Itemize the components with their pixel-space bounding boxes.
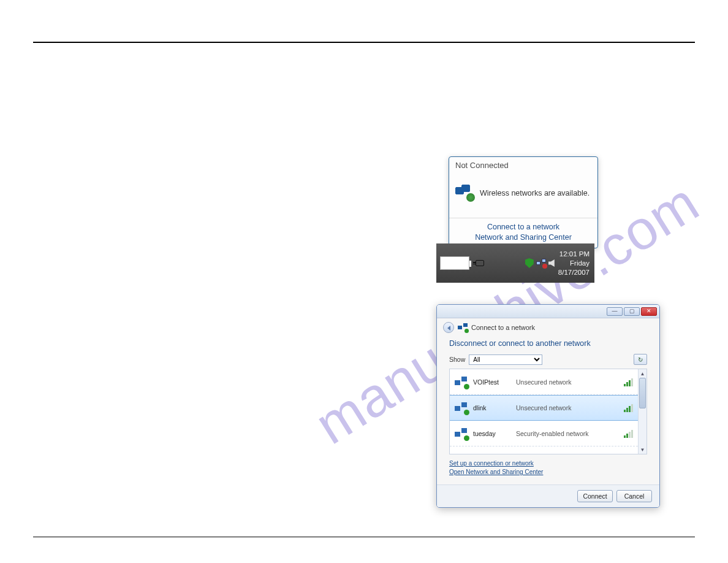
page-rule-bottom <box>33 537 695 537</box>
network-list: VOIPtestUnsecured networkdlinkUnsecured … <box>449 369 647 454</box>
close-button[interactable]: ✕ <box>641 307 657 316</box>
back-button[interactable] <box>443 322 454 333</box>
scroll-up-icon[interactable]: ▲ <box>639 369 646 378</box>
refresh-button[interactable]: ↻ <box>634 354 647 365</box>
network-popup: Not Connected Wireless networks are avai… <box>449 156 598 248</box>
cancel-button[interactable]: Cancel <box>616 490 652 502</box>
signal-bars-icon <box>624 429 633 438</box>
wizard-heading: Disconnect or connect to another network <box>449 339 647 348</box>
signal-bars-icon <box>624 378 633 386</box>
scroll-thumb[interactable] <box>639 378 646 408</box>
link-sharing-center[interactable]: Network and Sharing Center <box>449 232 597 243</box>
power-plug-icon <box>476 260 484 266</box>
minimize-button[interactable]: — <box>607 307 623 316</box>
taskbar: 12:01 PM Friday 8/17/2007 <box>436 243 594 283</box>
maximize-button[interactable]: ▢ <box>624 307 640 316</box>
network-security: Unsecured network <box>516 404 619 412</box>
network-name: VOIPtest <box>473 378 511 386</box>
network-security: Security-enabled network <box>516 430 619 437</box>
taskbar-clock[interactable]: 12:01 PM Friday 8/17/2007 <box>558 250 591 277</box>
show-label: Show <box>449 356 465 363</box>
network-row-tuesday[interactable]: tuesdaySecurity-enabled network <box>450 421 638 446</box>
network-icon <box>458 323 468 332</box>
network-row-VOIPtest[interactable]: VOIPtestUnsecured network <box>450 369 638 395</box>
battery-icon <box>440 256 469 270</box>
page-rule-top <box>33 42 695 43</box>
wizard-header: Connect to a network <box>437 318 659 337</box>
show-select[interactable]: All <box>469 354 542 365</box>
scroll-down-icon[interactable]: ▼ <box>639 445 646 454</box>
window-title: Connect to a network <box>471 324 535 331</box>
clock-time: 12:01 PM <box>558 250 590 259</box>
window-titlebar: — ▢ ✕ <box>437 305 659 318</box>
tray-screenshot: Not Connected Wireless networks are avai… <box>436 156 594 283</box>
connect-network-window: — ▢ ✕ Connect to a network Disconnect or… <box>436 304 660 508</box>
network-name: tuesday <box>473 430 511 437</box>
network-icon <box>455 428 468 439</box>
link-setup-connection[interactable]: Set up a connection or network <box>449 459 647 468</box>
network-icon <box>455 185 475 202</box>
popup-message: Wireless networks are available. <box>480 189 590 197</box>
network-security: Unsecured network <box>516 378 619 386</box>
volume-icon[interactable] <box>548 259 555 267</box>
network-icon <box>455 377 468 388</box>
popup-body: Wireless networks are available. <box>449 172 597 218</box>
signal-bars-icon <box>624 404 633 412</box>
security-shield-icon[interactable] <box>525 258 534 268</box>
tray-icons <box>525 258 555 268</box>
clock-day: Friday <box>558 259 590 268</box>
wizard-links: Set up a connection or network Open Netw… <box>449 459 647 477</box>
wizard-content: Disconnect or connect to another network… <box>437 337 659 484</box>
link-connect-network[interactable]: Connect to a network <box>449 222 597 232</box>
clock-date: 8/17/2007 <box>558 268 590 277</box>
link-open-sharing-center[interactable]: Open Network and Sharing Center <box>449 468 647 477</box>
scrollbar[interactable]: ▲ ▼ <box>638 369 646 454</box>
show-filter-row: Show All ↻ <box>449 354 647 365</box>
network-icon <box>455 402 468 413</box>
connect-button[interactable]: Connect <box>577 490 613 502</box>
network-tray-icon[interactable] <box>536 259 546 267</box>
network-row-dlink[interactable]: dlinkUnsecured network <box>450 395 638 421</box>
popup-status: Not Connected <box>449 157 597 172</box>
wizard-footer: Connect Cancel <box>437 484 659 507</box>
network-name: dlink <box>473 404 511 412</box>
